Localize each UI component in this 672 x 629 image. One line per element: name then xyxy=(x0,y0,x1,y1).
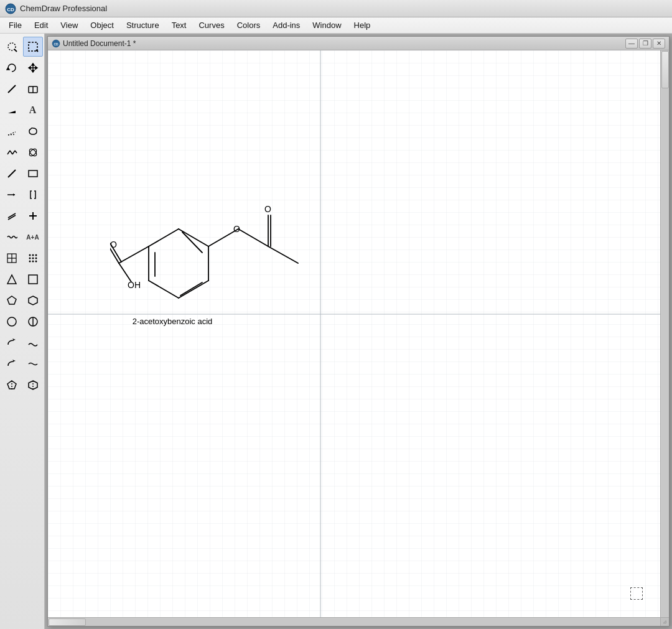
tool-arrow[interactable] xyxy=(2,185,22,205)
tool-bond-wedge[interactable] xyxy=(2,100,22,120)
tool-bond-single[interactable] xyxy=(2,79,22,99)
tool-eraser[interactable] xyxy=(23,79,43,99)
svg-line-68 xyxy=(149,229,179,246)
tool-wave2[interactable] xyxy=(23,354,43,374)
svg-line-21 xyxy=(12,151,15,154)
tool-line[interactable] xyxy=(2,164,22,184)
document-area: CD Untitled Document-1 * — ❐ ✕ xyxy=(45,34,672,629)
tool-hexagon[interactable] xyxy=(23,291,43,310)
svg-point-40 xyxy=(32,258,34,259)
title-bar: CD ChemDraw Professional xyxy=(0,0,672,17)
menu-item-file[interactable]: File xyxy=(2,19,28,32)
document-minimize-button[interactable]: — xyxy=(625,39,638,49)
svg-point-38 xyxy=(35,254,37,256)
svg-marker-10 xyxy=(32,70,34,72)
svg-line-71 xyxy=(182,232,202,253)
tool-bracket[interactable] xyxy=(23,185,43,205)
tool-table[interactable] xyxy=(2,248,22,268)
tool-plus[interactable] xyxy=(23,206,43,226)
toolbar-row-8 xyxy=(0,184,44,205)
menu-item-colors[interactable]: Colors xyxy=(231,19,267,32)
main-area: A xyxy=(0,34,672,629)
svg-line-72 xyxy=(119,246,149,263)
toolbar-row-12 xyxy=(0,269,44,290)
svg-marker-48 xyxy=(29,296,37,305)
tool-pentagon-ring[interactable] xyxy=(2,375,22,395)
tool-chain[interactable] xyxy=(2,142,22,162)
menu-item-curves[interactable]: Curves xyxy=(192,19,230,32)
menu-item-edit[interactable]: Edit xyxy=(28,19,54,32)
tool-select-lasso[interactable] xyxy=(2,37,22,57)
tool-lasso2[interactable] xyxy=(23,121,43,141)
tool-triangle[interactable] xyxy=(2,269,22,289)
svg-line-13 xyxy=(8,85,16,93)
tool-atom-map[interactable]: A+A xyxy=(23,227,43,247)
menu-item-text[interactable]: Text xyxy=(166,19,193,32)
canvas-container[interactable]: O OH O O 2-acetoxybenzoic acid xyxy=(48,50,669,626)
tool-wavy[interactable] xyxy=(2,227,22,247)
tool-dotgrid[interactable] xyxy=(23,248,43,268)
toolbar-row-15 xyxy=(0,332,44,353)
toolbar-row-16 xyxy=(0,353,44,375)
svg-line-19 xyxy=(7,151,10,154)
menu-item-object[interactable]: Object xyxy=(84,19,120,32)
vertical-scroll-thumb[interactable] xyxy=(661,51,669,88)
menu-item-structure[interactable]: Structure xyxy=(120,19,166,32)
tool-bond-hashdash[interactable] xyxy=(2,121,22,141)
acetyl-o-label: O xyxy=(264,204,271,214)
menu-item-add-ins[interactable]: Add-ins xyxy=(266,19,306,32)
tool-octagon[interactable] xyxy=(23,312,43,332)
svg-line-64 xyxy=(149,281,179,298)
svg-text:CD: CD xyxy=(7,7,14,12)
svg-point-41 xyxy=(35,258,37,259)
tool-pentagon[interactable] xyxy=(2,291,22,310)
tool-rotate[interactable] xyxy=(2,58,22,78)
tool-arrow-double[interactable] xyxy=(2,354,22,374)
toolbar-row-6 xyxy=(0,142,44,163)
svg-point-37 xyxy=(32,254,34,256)
svg-line-22 xyxy=(15,151,17,153)
tool-arrow-curved[interactable] xyxy=(2,333,22,353)
tool-heptagon[interactable] xyxy=(2,312,22,332)
tool-wave-bond[interactable] xyxy=(23,333,43,353)
menu-item-view[interactable]: View xyxy=(54,19,84,32)
svg-point-39 xyxy=(29,258,30,259)
oh-label: OH xyxy=(128,280,141,290)
toolbar-row-13 xyxy=(0,290,44,311)
toolbar-row-14 xyxy=(0,311,44,332)
tool-hexagon-ring[interactable] xyxy=(23,375,43,395)
app-title: ChemDraw Professional xyxy=(20,4,107,13)
tool-text[interactable]: A xyxy=(23,100,43,120)
vertical-scrollbar[interactable] xyxy=(660,50,669,617)
tool-move[interactable] xyxy=(23,58,43,78)
tool-rect-shape[interactable] xyxy=(23,164,43,184)
horizontal-scrollbar[interactable] xyxy=(48,617,660,626)
tool-orbital[interactable] xyxy=(23,142,43,162)
drawing-canvas[interactable]: O OH O O 2-acetoxybenzoic acid xyxy=(48,50,660,617)
svg-marker-45 xyxy=(7,275,16,284)
tool-bond-double[interactable] xyxy=(2,206,22,226)
tool-square[interactable] xyxy=(23,269,43,289)
svg-line-65 xyxy=(179,281,208,298)
toolbar-row-5 xyxy=(0,121,44,142)
svg-line-80 xyxy=(268,246,298,263)
app-icon: CD xyxy=(5,3,16,14)
toolbar-row-17 xyxy=(0,375,44,396)
svg-line-20 xyxy=(10,151,12,154)
svg-line-75 xyxy=(119,263,131,282)
menu-bar: FileEditViewObjectStructureTextCurvesCol… xyxy=(0,17,672,34)
toolbar-row-1 xyxy=(0,36,44,57)
menu-item-window[interactable]: Window xyxy=(306,19,347,32)
svg-marker-9 xyxy=(32,63,34,65)
svg-rect-46 xyxy=(29,275,37,284)
document-close-button[interactable]: ✕ xyxy=(653,39,665,49)
document-window: CD Untitled Document-1 * — ❐ ✕ xyxy=(47,36,670,627)
svg-point-24 xyxy=(28,147,38,157)
svg-marker-12 xyxy=(35,67,37,69)
svg-text:CD: CD xyxy=(54,42,58,46)
document-maximize-button[interactable]: ❐ xyxy=(639,39,651,49)
molecule-svg: O OH O O 2-acetoxybenzoic acid xyxy=(110,125,322,361)
tool-select-rect[interactable] xyxy=(23,37,43,57)
horizontal-scroll-thumb[interactable] xyxy=(49,618,86,626)
menu-item-help[interactable]: Help xyxy=(348,19,377,32)
